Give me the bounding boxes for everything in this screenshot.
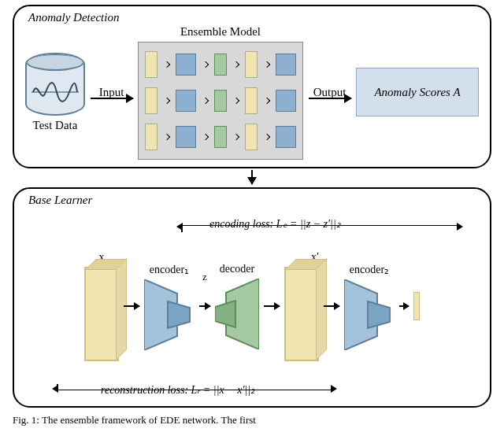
mini-encoder-icon	[276, 90, 296, 112]
encoder1-label: encoder₁	[150, 263, 189, 276]
decoder-label: decoder	[220, 263, 254, 275]
mini-arrow-icon	[202, 133, 208, 139]
test-data-label: Test Data	[33, 119, 78, 132]
mini-arrow-icon	[263, 133, 269, 139]
z-label: z	[202, 271, 207, 283]
encoder2-label: encoder₂	[350, 263, 389, 276]
figure-caption: Fig. 1: The ensemble framework of EDE ne…	[13, 414, 491, 427]
input-arrow-group: Input	[89, 86, 135, 99]
mini-arrow-icon	[163, 97, 169, 103]
ensemble-row-1	[145, 49, 296, 80]
ensemble-row-2	[145, 85, 296, 116]
arrow-4	[324, 305, 339, 307]
output-arrow-group: Output	[307, 86, 353, 99]
decoder-group: decoder	[215, 263, 259, 349]
x-block	[84, 267, 119, 361]
mini-encoder-icon	[176, 90, 196, 112]
svg-marker-4	[215, 301, 235, 327]
encoder2-group: encoder₂	[344, 263, 395, 350]
anomaly-detection-panel: Anomaly Detection Test Data Input Ensemb…	[13, 5, 491, 168]
decoder-block	[215, 279, 259, 349]
mini-arrow-icon	[263, 61, 269, 67]
x-block-group: x	[84, 251, 119, 361]
ensemble-row-3	[145, 121, 296, 153]
anomaly-scores-label: Anomaly Scores A	[374, 86, 460, 99]
svg-marker-2	[168, 301, 190, 328]
arrow-output	[309, 98, 351, 99]
svg-marker-6	[368, 301, 390, 328]
arrow-1	[124, 305, 139, 307]
base-learner-row: x encoder₁ z decoder x′ encode	[25, 195, 479, 400]
mini-arrow-icon	[232, 61, 239, 67]
arrow-2	[199, 305, 210, 307]
xprime-block-group: x′	[284, 251, 319, 361]
panel-title-top: Anomaly Detection	[28, 11, 119, 24]
ensemble-group: Ensemble Model	[138, 25, 303, 160]
reconstruction-loss-label: reconstruction loss: Lᵣ = ||x − x′||₂	[101, 383, 255, 397]
cylinder-top	[26, 54, 84, 71]
mini-arrow-icon	[232, 97, 239, 103]
mini-decoder-icon	[214, 126, 227, 148]
ensemble-inner	[145, 49, 296, 153]
xprime-block	[284, 267, 319, 361]
mini-arrow-icon	[263, 97, 269, 103]
arrow-input	[91, 98, 133, 99]
mini-output-icon	[245, 51, 258, 78]
encoder1-block	[144, 279, 195, 350]
arrow-3	[264, 305, 280, 307]
mini-arrow-icon	[202, 97, 208, 103]
mini-output-icon	[245, 124, 258, 150]
mini-decoder-icon	[214, 90, 227, 112]
waveform-icon	[32, 78, 79, 106]
arrow-5	[399, 305, 409, 307]
top-row: Test Data Input Ensemble Model	[25, 13, 479, 161]
z-prime-block	[413, 292, 420, 320]
test-data-cylinder	[25, 53, 85, 116]
mini-input-icon	[145, 87, 158, 114]
mini-arrow-icon	[232, 133, 239, 139]
mini-output-icon	[245, 87, 258, 114]
test-data-group: Test Data	[25, 53, 85, 132]
mini-decoder-icon	[214, 54, 227, 76]
mini-input-icon	[145, 51, 158, 78]
encoder2-block	[344, 279, 395, 350]
base-learner-panel: Base Learner encoding loss: Lₑ = ||z − z…	[13, 187, 491, 408]
mini-input-icon	[145, 124, 158, 150]
mini-encoder-icon	[176, 126, 196, 148]
anomaly-scores-box: Anomaly Scores A	[356, 68, 479, 116]
ensemble-label: Ensemble Model	[180, 25, 261, 39]
mini-encoder-icon	[276, 54, 296, 76]
connector-arrow-down	[251, 170, 253, 184]
mini-arrow-icon	[163, 133, 169, 139]
encoder1-group: encoder₁	[144, 263, 195, 350]
mini-encoder-icon	[276, 126, 296, 148]
mini-encoder-icon	[176, 54, 196, 76]
mini-arrow-icon	[202, 61, 208, 67]
ensemble-box	[138, 42, 303, 160]
mini-arrow-icon	[163, 61, 169, 67]
